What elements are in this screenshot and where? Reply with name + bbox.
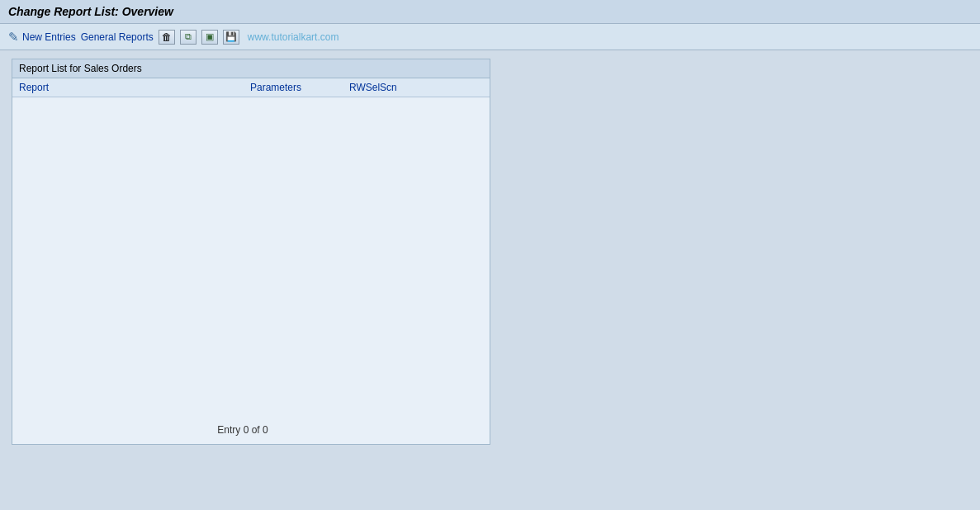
table-panel-title: Report List for Sales Orders (19, 63, 142, 74)
table-panel: Report List for Sales Orders Report Para… (12, 59, 490, 445)
save-icon: 💾 (225, 31, 237, 42)
column-header-report[interactable]: Report (19, 82, 250, 93)
toolbar: ✎ New Entries General Reports 🗑 ⧉ ▣ 💾 ww… (0, 24, 980, 50)
table-panel-header: Report List for Sales Orders (12, 59, 490, 78)
copy1-icon: ⧉ (185, 31, 192, 42)
new-entries-icon: ✎ (7, 31, 20, 44)
watermark: www.tutorialkart.com (248, 31, 339, 43)
column-header-rwselscn[interactable]: RWSelScn (349, 82, 432, 93)
new-entries-button[interactable]: ✎ New Entries (7, 31, 76, 44)
column-header-parameters[interactable]: Parameters (250, 82, 349, 93)
table-columns: Report Parameters RWSelScn (12, 78, 490, 97)
general-reports-button[interactable]: General Reports (81, 31, 154, 43)
copy2-icon: ▣ (206, 31, 214, 42)
delete-icon: 🗑 (162, 31, 172, 43)
general-reports-label: General Reports (81, 31, 154, 43)
page-title: Change Report List: Overview (8, 5, 972, 18)
delete-icon-button[interactable]: 🗑 (159, 30, 175, 45)
title-bar: Change Report List: Overview (0, 0, 980, 24)
save-icon-button[interactable]: 💾 (223, 30, 239, 45)
table-body: Entry 0 of 0 (12, 97, 490, 444)
copy-icon-button-2[interactable]: ▣ (201, 30, 218, 45)
main-content: Report List for Sales Orders Report Para… (0, 50, 980, 453)
entry-count: Entry 0 of 0 (4, 424, 481, 436)
new-entries-label: New Entries (22, 31, 76, 43)
copy-icon-button-1[interactable]: ⧉ (180, 30, 196, 45)
table-container: Report Parameters RWSelScn Entry 0 of 0 (12, 78, 490, 444)
